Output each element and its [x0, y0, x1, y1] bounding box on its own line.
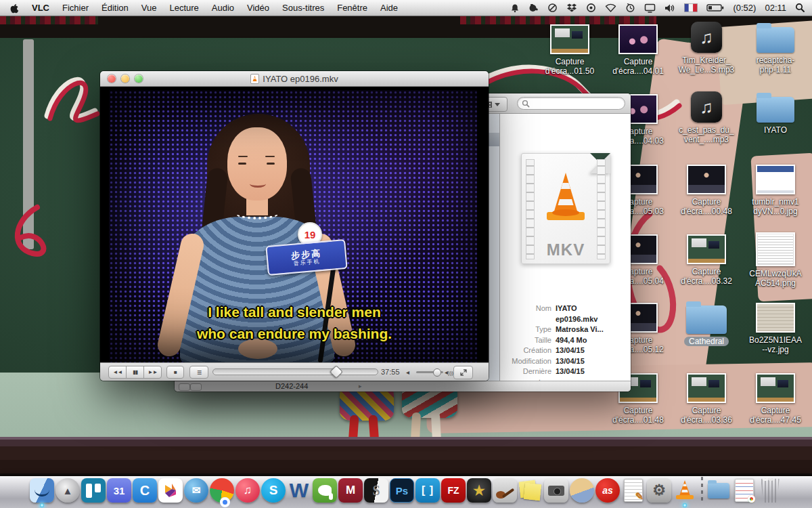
volume-high-icon[interactable]: ◂))): [445, 368, 453, 376]
textedit-icon[interactable]: ✎: [621, 478, 646, 503]
displays-icon[interactable]: [644, 3, 656, 13]
screenshot-thumbnail: [687, 234, 726, 264]
playlist-button[interactable]: ≡: [189, 366, 208, 379]
seek-thumb[interactable]: [330, 365, 343, 379]
chrome-icon[interactable]: [210, 478, 234, 503]
folder-icon: [686, 305, 727, 334]
system-preferences-icon[interactable]: ⚙: [647, 478, 671, 503]
desktop-icon-screenshot[interactable]: Captured'écra....47.45: [743, 373, 808, 425]
vlc-title-bar[interactable]: IYATO ep0196.mkv: [100, 71, 489, 87]
evernote-status-icon[interactable]: [528, 3, 539, 13]
menu-lecture[interactable]: Lecture: [169, 3, 198, 13]
pause-button[interactable]: ▮▮: [126, 366, 144, 379]
do-not-disturb-icon[interactable]: [547, 3, 558, 13]
mendeley-icon[interactable]: M: [338, 478, 363, 503]
menu-vue[interactable]: Vue: [141, 3, 157, 13]
notifications-icon[interactable]: [510, 3, 520, 13]
filezilla-icon[interactable]: FZ: [441, 478, 466, 503]
desktop-icon-jpg[interactable]: Bo2Z5N1IEAA--vz.jpg: [743, 303, 808, 354]
scrivener-icon[interactable]: S: [364, 478, 388, 503]
desktop-icon-screenshot[interactable]: Captured'écra....04.01: [606, 24, 671, 76]
desktop-icon-folder[interactable]: IYATO: [743, 91, 808, 135]
garageband-icon[interactable]: [493, 478, 517, 503]
desktop-icon-mp3[interactable]: Tim_Kreider_We_Le...S.mp3: [674, 22, 739, 75]
stickies-icon[interactable]: [518, 478, 543, 503]
launchpad-icon[interactable]: ▲: [55, 478, 80, 503]
menu-sous-titres[interactable]: Sous-titres: [282, 3, 324, 13]
time-machine-icon[interactable]: [625, 3, 635, 13]
imovie-icon[interactable]: ★: [467, 478, 491, 503]
dropbox-icon[interactable]: [566, 3, 577, 13]
dock-items: ▲ 31 C ✉ ♫ S W M S Ps [ ] FZ ★: [30, 477, 782, 503]
minimize-button[interactable]: [121, 75, 129, 83]
trello-icon[interactable]: [81, 478, 106, 503]
image-capture-icon[interactable]: [544, 478, 568, 503]
documents-folder-icon[interactable]: [706, 478, 731, 503]
volume-knob[interactable]: [433, 368, 441, 377]
desktop-icon-screenshot[interactable]: Captured'écra....00.48: [674, 165, 739, 216]
apple-menu-icon[interactable]: [9, 3, 19, 14]
zoom-button[interactable]: [135, 75, 143, 83]
lastfm-icon[interactable]: as: [595, 478, 620, 503]
finder-dock-icon[interactable]: [30, 478, 54, 503]
path-bar-button[interactable]: [179, 383, 190, 391]
rewind-button[interactable]: ◄◄: [108, 366, 127, 379]
menu-audio[interactable]: Audio: [212, 3, 234, 13]
volume-icon[interactable]: [664, 3, 675, 13]
path-item[interactable]: D242-244: [275, 382, 308, 390]
desktop-icon-folder[interactable]: recaptcha-php-1.11: [743, 22, 808, 75]
evernote-icon[interactable]: [313, 478, 337, 503]
vlc-dock-icon[interactable]: [673, 478, 697, 503]
mkv-file-icon[interactable]: MKV: [521, 153, 610, 264]
trash-icon[interactable]: [758, 478, 782, 503]
finder-content: MKV NomIYATO ep0196.mkv TypeMatroska Vi.…: [500, 114, 631, 381]
path-bar-button[interactable]: [190, 383, 202, 391]
downloads-document-icon[interactable]: [732, 478, 757, 503]
search-icon: [522, 100, 530, 108]
screenshot-thumbnail: [756, 373, 795, 403]
desktop-icon-screenshot[interactable]: Captured'écra....03.36: [674, 373, 739, 425]
vlc-window: IYATO ep0196.mkv 19: [100, 71, 489, 381]
menu-bar-clock[interactable]: 02:11: [765, 3, 786, 13]
volume-slider[interactable]: [416, 371, 443, 373]
document-cone-icon: [250, 74, 259, 84]
word-icon[interactable]: W: [287, 478, 311, 503]
calendar-icon[interactable]: 31: [107, 478, 131, 503]
menu-video[interactable]: Vidéo: [247, 3, 269, 13]
menu-app-name[interactable]: VLC: [32, 3, 49, 13]
fullscreen-button[interactable]: [453, 366, 473, 379]
round-photo-app-icon[interactable]: [570, 478, 594, 503]
wifi-icon[interactable]: [605, 3, 616, 12]
video-canvas[interactable]: 19 步步高 音乐手机 I like tall and slender men …: [100, 87, 489, 362]
desktop-icon-screenshot[interactable]: Captured'écra....03.32: [674, 234, 739, 286]
menu-bar: VLC Fichier Édition Vue Lecture Audio Vi…: [0, 0, 812, 16]
dock-separator: [698, 477, 705, 503]
search-field[interactable]: [517, 97, 625, 110]
french-flag-icon[interactable]: [684, 3, 698, 12]
desktop-icon-png[interactable]: CEMLwzqUkAAC514.png: [743, 232, 808, 288]
stop-button[interactable]: ■: [166, 366, 184, 379]
desktop-icon-mp3[interactable]: c_est_pas_du_vent_....mp3: [674, 91, 739, 144]
menu-fenetre[interactable]: Fenêtre: [337, 3, 367, 13]
spotlight-icon[interactable]: [795, 3, 805, 13]
itunes-icon[interactable]: ♫: [235, 478, 260, 503]
thunderbird-icon[interactable]: ✉: [184, 478, 208, 503]
target-status-icon[interactable]: [586, 3, 596, 13]
menu-edition[interactable]: Édition: [102, 3, 129, 13]
forward-button[interactable]: ►►: [143, 366, 162, 379]
skype-icon[interactable]: S: [261, 478, 286, 503]
volume-low-icon[interactable]: ◂: [406, 368, 409, 376]
geometric-logo-app-icon[interactable]: [158, 478, 183, 503]
menu-aide[interactable]: Aide: [380, 3, 398, 13]
brackets-icon[interactable]: [ ]: [415, 478, 440, 503]
seek-bar[interactable]: [212, 368, 378, 375]
desktop-icon-folder-cathedral[interactable]: Cathedral: [674, 300, 739, 346]
photoshop-icon[interactable]: Ps: [390, 478, 414, 503]
desktop-icon-screenshot[interactable]: Captured'écra...01.50: [537, 24, 602, 76]
close-button[interactable]: [108, 75, 116, 83]
battery-icon[interactable]: [706, 3, 724, 12]
chrome-badge-icon: [748, 495, 755, 503]
menu-fichier[interactable]: Fichier: [62, 3, 89, 13]
desktop-icon-jpg[interactable]: tumblr_nmv1dyVN...0.jpg: [743, 165, 808, 216]
blue-c-app-icon[interactable]: C: [133, 478, 157, 503]
